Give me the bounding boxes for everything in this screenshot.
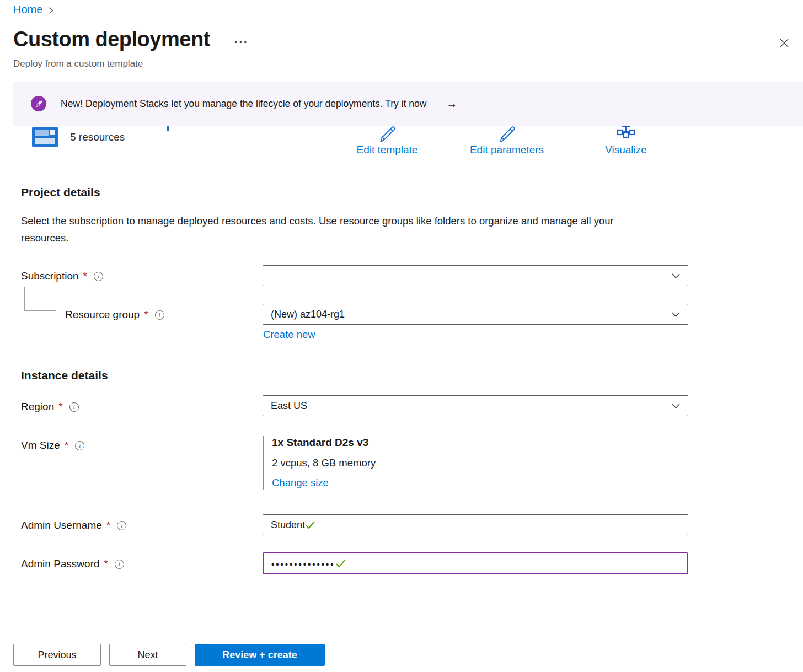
password-dots: •••••••••••••• (271, 558, 335, 569)
instance-details-heading: Instance details (21, 369, 108, 382)
more-options-icon[interactable]: ··· (234, 30, 249, 49)
clipped-text-artifact (167, 126, 169, 131)
edit-template-button[interactable]: Edit template (326, 126, 448, 156)
chevron-down-icon (671, 310, 681, 319)
resources-count: 5 resources (70, 131, 125, 143)
resource-group-dropdown[interactable]: (New) az104-rg1 (263, 304, 688, 325)
region-label: Region* i (21, 401, 79, 413)
deployment-stacks-banner[interactable]: New! Deployment Stacks let you manage th… (13, 82, 803, 126)
admin-password-input[interactable]: •••••••••••••• (263, 552, 688, 574)
footer-actions: Previous Next Review + create (13, 644, 325, 666)
create-new-link[interactable]: Create new (263, 329, 315, 341)
banner-text: New! Deployment Stacks let you manage th… (61, 98, 426, 110)
valid-check-icon (335, 559, 346, 568)
edit-parameters-button[interactable]: Edit parameters (446, 126, 568, 156)
page-title: Custom deployment (13, 28, 210, 51)
template-bar: 5 resources Edit template Edit parameter… (0, 126, 803, 160)
header: Custom deployment ··· (13, 28, 249, 51)
region-dropdown[interactable]: East US (263, 395, 688, 416)
info-icon[interactable]: i (69, 402, 79, 412)
visualize-button[interactable]: Visualize (565, 126, 687, 156)
info-icon[interactable]: i (75, 441, 84, 450)
info-icon[interactable]: i (117, 521, 126, 530)
chevron-right-icon (48, 6, 54, 15)
admin-username-label: Admin Username* i (21, 519, 126, 531)
vm-size-summary: 1x Standard D2s v3 2 vcpus, 8 GB memory … (263, 436, 376, 490)
breadcrumb-home-link[interactable]: Home (13, 3, 42, 16)
admin-username-input[interactable]: Student (263, 514, 688, 535)
chevron-down-icon (671, 272, 681, 281)
arrow-right-icon: → (446, 98, 457, 110)
valid-check-icon (305, 520, 315, 530)
review-create-button[interactable]: Review + create (195, 644, 325, 666)
custom-deployment-page: Home Custom deployment ··· Deploy from a… (0, 0, 803, 672)
pencil-icon (377, 126, 397, 142)
vm-size-label: Vm Size* i (21, 439, 84, 451)
breadcrumb: Home (13, 3, 54, 16)
template-icon (32, 127, 58, 147)
vm-size-name: 1x Standard D2s v3 (272, 437, 376, 449)
rocket-icon (31, 96, 46, 111)
info-icon[interactable]: i (94, 272, 103, 281)
template-tile: 5 resources (32, 127, 125, 147)
admin-password-label: Admin Password* i (21, 558, 124, 570)
change-size-link[interactable]: Change size (272, 477, 329, 489)
info-icon[interactable]: i (155, 310, 164, 320)
project-details-heading: Project details (21, 186, 100, 199)
next-button[interactable]: Next (109, 644, 186, 666)
vm-size-specs: 2 vcpus, 8 GB memory (272, 457, 376, 469)
previous-button[interactable]: Previous (13, 644, 101, 666)
subscription-label: Subscription* i (21, 270, 103, 282)
chevron-down-icon (671, 402, 681, 411)
pencil-icon (497, 126, 517, 142)
close-icon[interactable] (777, 35, 792, 51)
resource-group-label: Resource group* i (65, 309, 164, 321)
subscription-dropdown[interactable] (263, 265, 688, 286)
org-chart-icon (615, 126, 636, 142)
subscription-resource-group-connector (24, 287, 56, 311)
info-icon[interactable]: i (115, 560, 124, 569)
page-subtitle: Deploy from a custom template (13, 58, 143, 69)
project-details-description: Select the subscription to manage deploy… (21, 212, 655, 246)
